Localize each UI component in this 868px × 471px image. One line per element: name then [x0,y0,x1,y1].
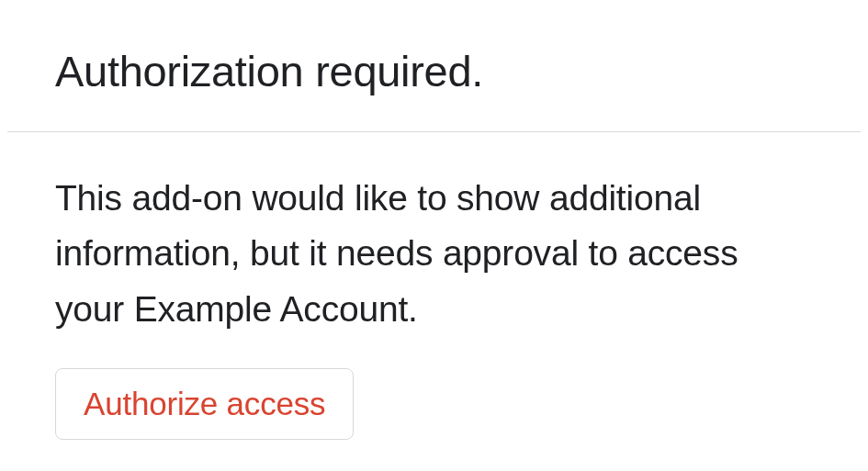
dialog-description: This add-on would like to show additiona… [55,171,813,337]
dialog-content: This add-on would like to show additiona… [0,132,868,440]
dialog-header: Authorization required. [0,0,868,131]
authorize-access-button[interactable]: Authorize access [55,368,354,440]
dialog-title: Authorization required. [55,46,813,96]
